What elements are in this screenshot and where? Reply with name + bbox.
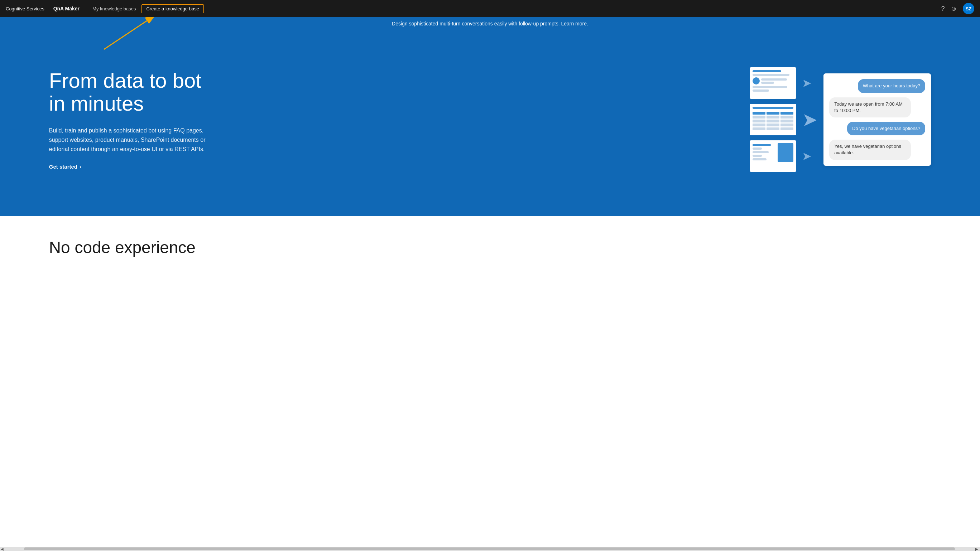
hero-left: From data to bot in minutes Build, train… (49, 69, 221, 170)
nav-links: My knowledge bases Create a knowledge ba… (89, 4, 941, 13)
big-arrow: ➤ ➤ ➤ (802, 77, 818, 162)
docs-stack (750, 67, 796, 172)
doc-card-1 (750, 67, 796, 99)
nav-my-knowledge-bases[interactable]: My knowledge bases (89, 5, 138, 13)
feedback-icon[interactable]: ☺ (951, 5, 957, 13)
chat-message-4: Yes, we have vegetarian options availabl… (829, 140, 911, 160)
nav-create-knowledge-base[interactable]: Create a knowledge base (142, 4, 204, 13)
doc-card-3 (750, 140, 796, 172)
help-icon[interactable]: ? (941, 5, 945, 13)
doc-card-2 (750, 104, 796, 135)
cta-chevron-icon: › (80, 164, 81, 170)
announcement-link[interactable]: Learn more. (561, 21, 588, 27)
hero-right: ➤ ➤ ➤ What are your hours today? Today w… (680, 67, 931, 172)
nav-divider (49, 4, 49, 13)
lower-section: No code experience (0, 216, 980, 280)
hero-title: From data to bot in minutes (49, 69, 221, 115)
get-started-link[interactable]: Get started › (49, 164, 81, 170)
announcement-text: Design sophisticated multi-turn conversa… (392, 21, 560, 27)
lower-title: No code experience (49, 238, 931, 257)
user-avatar[interactable]: SZ (963, 3, 974, 14)
chat-panel: What are your hours today? Today we are … (824, 73, 931, 165)
brand-name: Cognitive Services (6, 6, 45, 11)
chat-message-2: Today we are open from 7:00 AM to 10:00 … (829, 97, 911, 118)
navbar: Cognitive Services QnA Maker My knowledg… (0, 0, 980, 17)
announcement-banner: Design sophisticated multi-turn conversa… (0, 17, 980, 30)
navbar-right: ? ☺ SZ (941, 3, 974, 14)
chat-message-1: What are your hours today? (858, 79, 925, 93)
hero-description: Build, train and publish a sophisticated… (49, 126, 221, 154)
chat-message-3: Do you have vegetarian options? (847, 122, 925, 135)
product-name: QnA Maker (53, 6, 80, 11)
hero-section: From data to bot in minutes Build, train… (0, 30, 980, 216)
